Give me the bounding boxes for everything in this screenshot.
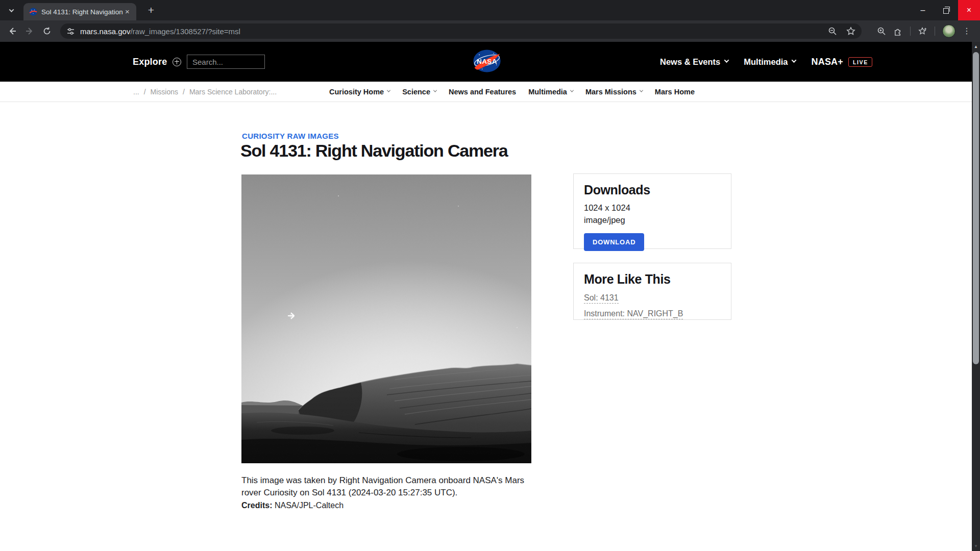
credits-value: NASA/JPL-Caltech	[275, 501, 344, 510]
subnav-label: News and Features	[449, 88, 516, 96]
svg-text:NASA: NASA	[477, 58, 497, 65]
curiosity-raw-images-link[interactable]: CURIOSITY RAW IMAGES	[242, 132, 339, 140]
reload-button[interactable]	[39, 23, 55, 39]
page-title: Sol 4131: Right Navigation Camera	[240, 141, 577, 161]
nav-multimedia[interactable]: Multimedia	[744, 57, 796, 67]
subnav-label: Curiosity Home	[329, 88, 384, 96]
subnav-label: Science	[402, 88, 430, 96]
breadcrumb-missions[interactable]: Missions	[151, 88, 178, 96]
nasa-logo[interactable]: NASA	[473, 49, 501, 73]
subnav-science[interactable]: Science	[402, 88, 436, 96]
nasa-header: Explore NASA News & Events	[0, 42, 972, 82]
scrollbar-thumb[interactable]	[973, 52, 979, 364]
tab-strip: Sol 4131: Right Navigation Cam × + – ×	[0, 0, 980, 20]
instrument-link[interactable]: Instrument: NAV_RIGHT_B	[584, 309, 683, 319]
chevron-down-icon	[9, 7, 14, 12]
subnav-multimedia[interactable]: Multimedia	[528, 88, 573, 96]
page-scrollbar[interactable]: ▲ ▼	[972, 42, 980, 551]
forward-arrow-icon	[25, 27, 34, 36]
star-icon	[846, 27, 855, 36]
url-bar[interactable]: mars.nasa.gov/raw_images/1308527/?site=m…	[60, 23, 862, 39]
tab-search-button[interactable]	[4, 4, 18, 17]
new-tab-button[interactable]: +	[145, 5, 157, 17]
url-path: /raw_images/1308527/?site=msl	[130, 27, 240, 36]
chevron-down-icon	[792, 58, 797, 63]
subnav-menu: Curiosity Home Science News and Features…	[329, 82, 695, 102]
explore-plus-icon[interactable]	[173, 58, 181, 66]
subnav-label: Mars Home	[655, 88, 695, 96]
close-window-button[interactable]: ×	[958, 0, 980, 20]
restore-button[interactable]	[935, 0, 958, 20]
back-button[interactable]	[4, 23, 20, 39]
reload-icon	[42, 27, 52, 36]
header-nav: News & Events Multimedia NASA+ LIVE	[660, 42, 872, 82]
toolbar-divider	[910, 27, 911, 36]
more-like-this-title: More Like This	[584, 272, 721, 287]
subnav-curiosity-home[interactable]: Curiosity Home	[329, 88, 390, 96]
browser-window: Sol 4131: Right Navigation Cam × + – × m…	[0, 0, 980, 551]
nasa-plus-link[interactable]: NASA+ LIVE	[811, 57, 872, 67]
breadcrumb-msl[interactable]: Mars Science Laboratory:...	[189, 88, 277, 96]
subnav-mars-missions[interactable]: Mars Missions	[585, 88, 643, 96]
nasa-meatball-icon: NASA	[473, 49, 501, 73]
chevron-down-icon	[570, 89, 574, 92]
breadcrumb-separator: /	[183, 88, 185, 96]
mars-raw-image	[241, 174, 531, 463]
toolbar-divider	[935, 27, 935, 36]
subnav-label: Multimedia	[528, 88, 567, 96]
profile-avatar[interactable]	[942, 24, 955, 38]
zoom-out-button[interactable]	[828, 27, 837, 36]
image-caption: This image was taken by Right Navigation…	[241, 474, 528, 499]
toolbar-right: ⋮	[877, 23, 971, 39]
more-like-this-card: More Like This Sol: 4131 Instrument: NAV…	[573, 263, 731, 320]
credits-label: Credits:	[241, 501, 272, 510]
mars-landscape-graphic	[241, 174, 531, 463]
explore-group: Explore	[133, 42, 181, 82]
active-tab[interactable]: Sol 4131: Right Navigation Cam ×	[23, 3, 136, 20]
bookmark-button[interactable]	[846, 27, 855, 36]
bookmarks-list-button[interactable]	[918, 27, 927, 36]
nav-news-events[interactable]: News & Events	[660, 57, 728, 67]
image-credits: Credits: NASA/JPL-Caltech	[241, 501, 344, 510]
subnav-news-features[interactable]: News and Features	[449, 88, 516, 96]
breadcrumb-ellipsis[interactable]: ...	[133, 88, 139, 96]
forward-button[interactable]	[21, 23, 38, 39]
page-viewport: Explore NASA News & Events	[0, 42, 972, 551]
downloads-title: Downloads	[584, 183, 721, 197]
download-button[interactable]: DOWNLOAD	[584, 233, 644, 251]
download-meta: 1024 x 1024 image/jpeg	[584, 202, 721, 227]
url-text: mars.nasa.gov/raw_images/1308527/?site=m…	[80, 27, 240, 36]
restore-icon	[944, 8, 949, 13]
scroll-up-arrow[interactable]: ▲	[972, 44, 980, 49]
explore-button[interactable]: Explore	[133, 57, 167, 67]
minimize-button[interactable]: –	[911, 0, 935, 20]
sol-link[interactable]: Sol: 4131	[584, 293, 619, 304]
chevron-down-icon	[387, 89, 390, 92]
search-tabs-button[interactable]	[877, 27, 886, 36]
back-arrow-icon	[8, 27, 17, 36]
subnav-mars-home[interactable]: Mars Home	[655, 88, 695, 96]
star-badge-icon	[918, 27, 927, 36]
extensions-button[interactable]	[893, 27, 903, 36]
browser-toolbar: mars.nasa.gov/raw_images/1308527/?site=m…	[0, 20, 980, 42]
window-controls: – ×	[911, 0, 980, 20]
site-search-input[interactable]	[187, 55, 265, 69]
tab-close-icon[interactable]: ×	[123, 8, 132, 16]
tab-title: Sol 4131: Right Navigation Cam	[41, 8, 123, 16]
url-actions	[828, 27, 855, 36]
magnifier-minus-icon	[828, 27, 837, 36]
downloads-card: Downloads 1024 x 1024 image/jpeg DOWNLOA…	[573, 173, 731, 249]
magnifier-icon	[877, 27, 886, 36]
url-domain: mars.nasa.gov	[80, 27, 130, 36]
breadcrumb: ... / Missions / Mars Science Laboratory…	[133, 82, 277, 102]
scroll-down-arrow[interactable]: ▼	[972, 544, 980, 548]
browser-menu-button[interactable]: ⋮	[963, 27, 971, 35]
puzzle-icon	[893, 27, 903, 36]
nasa-plus-label: NASA+	[811, 57, 843, 67]
chevron-down-icon	[433, 89, 437, 92]
subnav-label: Mars Missions	[585, 88, 636, 96]
chevron-down-icon	[640, 89, 643, 92]
image-mime-type: image/jpeg	[584, 214, 721, 227]
breadcrumb-separator: /	[144, 88, 146, 96]
nav-label: News & Events	[660, 57, 720, 67]
